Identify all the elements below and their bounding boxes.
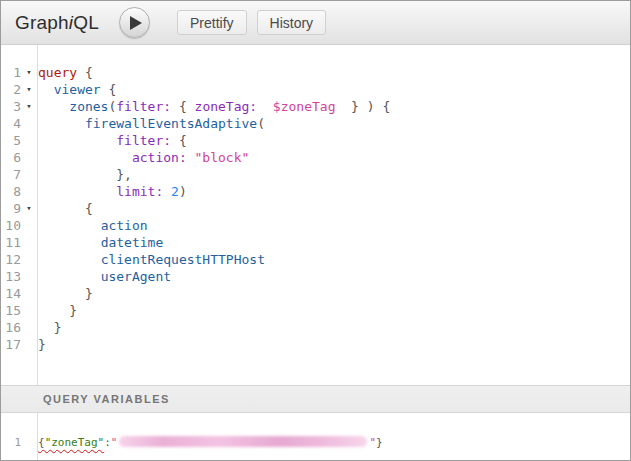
line-number: 3 <box>1 98 21 115</box>
toolbar: GraphiQL Prettify History <box>1 1 630 45</box>
variables-editor[interactable]: 1{"zoneTag":""} <box>1 413 630 460</box>
line-number: 7 <box>1 166 21 183</box>
fold-toggle-icon[interactable]: ▾ <box>21 64 37 81</box>
code-token <box>38 116 85 131</box>
code-line: 17} <box>1 336 630 353</box>
code-token: } <box>38 286 93 301</box>
code-text: action <box>37 217 148 234</box>
line-number: 12 <box>1 251 21 268</box>
code-token: $zoneTag <box>273 99 336 114</box>
code-line: 13 userAgent <box>1 268 630 285</box>
line-number: 10 <box>1 217 21 234</box>
fold-gutter-spacer <box>21 268 37 285</box>
line-number: 2 <box>1 81 21 98</box>
fold-toggle-icon[interactable]: ▾ <box>21 81 37 98</box>
code-token: filter: <box>116 133 171 148</box>
code-line: 10 action <box>1 217 630 234</box>
code-token: { <box>171 133 187 148</box>
code-text: } <box>37 319 61 336</box>
fold-gutter-spacer <box>21 166 37 183</box>
code-line: 12 clientRequestHTTPHost <box>1 251 630 268</box>
code-token: "block" <box>195 150 250 165</box>
code-token: limit: <box>116 184 163 199</box>
code-token <box>38 184 116 199</box>
code-token <box>38 252 101 267</box>
code-text: } <box>37 302 77 319</box>
code-line: 16 } <box>1 319 630 336</box>
prettify-button[interactable]: Prettify <box>177 10 247 35</box>
code-line: 6 action: "block" <box>1 149 630 166</box>
code-line: 4 firewallEventsAdaptive( <box>1 115 630 132</box>
code-text: clientRequestHTTPHost <box>37 251 265 268</box>
code-token: { <box>38 201 93 216</box>
fold-gutter-spacer <box>21 183 37 200</box>
code-token <box>38 218 101 233</box>
graphiql-window: GraphiQL Prettify History 1▾query {2▾ vi… <box>0 0 631 461</box>
code-token <box>38 150 132 165</box>
redacted-zone-tag-value <box>119 436 367 447</box>
code-line: 8 limit: 2) <box>1 183 630 200</box>
code-token: 2 <box>171 184 179 199</box>
code-text: } <box>37 336 46 353</box>
fold-gutter-spacer <box>21 149 37 166</box>
fold-gutter-spacer <box>21 251 37 268</box>
code-token: { <box>171 99 194 114</box>
code-text: }, <box>37 166 132 183</box>
code-text: filter: { <box>37 132 187 149</box>
query-variables-header[interactable]: QUERY VARIABLES <box>1 385 630 413</box>
line-number: 9 <box>1 200 21 217</box>
code-text: query { <box>37 64 93 81</box>
query-variables-title: QUERY VARIABLES <box>43 393 170 405</box>
code-text: userAgent <box>37 268 171 285</box>
app-title: GraphiQL <box>15 12 99 34</box>
code-line: 2▾ viewer { <box>1 81 630 98</box>
fold-gutter-spacer <box>21 285 37 302</box>
fold-toggle-icon[interactable]: ▾ <box>21 200 37 217</box>
fold-gutter-spacer <box>21 336 37 353</box>
code-token: firewallEventsAdaptive <box>85 116 257 131</box>
code-token: ( <box>257 116 265 131</box>
fold-gutter-spacer <box>21 132 37 149</box>
code-token: "zoneTag" <box>45 436 105 449</box>
line-number: 15 <box>1 302 21 319</box>
code-token: } <box>376 436 383 449</box>
code-token <box>38 99 69 114</box>
line-number: 1 <box>1 64 21 81</box>
code-line: 1{"zoneTag":""} <box>1 435 630 451</box>
line-number: 13 <box>1 268 21 285</box>
code-token: { <box>101 82 117 97</box>
code-token: userAgent <box>101 269 171 284</box>
code-line: 3▾ zones(filter: { zoneTag: $zoneTag } )… <box>1 98 630 115</box>
line-number: 11 <box>1 234 21 251</box>
line-number: 4 <box>1 115 21 132</box>
code-token: }, <box>38 167 132 182</box>
code-line: 7 }, <box>1 166 630 183</box>
code-token <box>38 82 54 97</box>
app-title-post: QL <box>73 12 99 33</box>
code-text: action: "block" <box>37 149 249 166</box>
line-number: 6 <box>1 149 21 166</box>
app-title-pre: Graph <box>15 12 69 33</box>
code-line: 1▾query { <box>1 64 630 81</box>
code-line: 5 filter: { <box>1 132 630 149</box>
code-token: query <box>38 65 77 80</box>
code-text: } <box>37 285 93 302</box>
fold-gutter-spacer <box>21 234 37 251</box>
code-line: 9▾ { <box>1 200 630 217</box>
execute-query-button[interactable] <box>119 7 150 38</box>
code-line: 15 } <box>1 302 630 319</box>
code-token: } <box>38 337 46 352</box>
code-token: filter: <box>116 99 171 114</box>
code-token: } <box>38 320 61 335</box>
code-token <box>163 184 171 199</box>
line-number: 16 <box>1 319 21 336</box>
code-text: {"zoneTag":""} <box>37 435 383 451</box>
fold-toggle-icon[interactable]: ▾ <box>21 98 37 115</box>
code-token: } <box>38 303 77 318</box>
history-button[interactable]: History <box>257 10 327 35</box>
code-token: { <box>77 65 93 80</box>
query-editor[interactable]: 1▾query {2▾ viewer {3▾ zones(filter: { z… <box>1 45 630 385</box>
code-token: : <box>104 436 111 449</box>
code-text: datetime <box>37 234 163 251</box>
line-number: 8 <box>1 183 21 200</box>
